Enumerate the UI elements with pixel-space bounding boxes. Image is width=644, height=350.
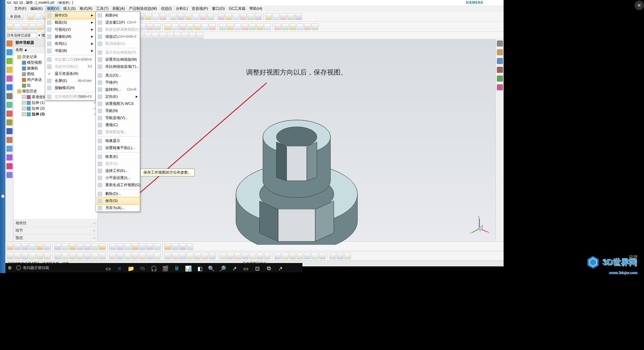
taskbar-app-icon[interactable]: 📊 [185, 265, 192, 272]
toolbar-button[interactable] [172, 23, 179, 30]
toolbar-button[interactable] [209, 23, 216, 30]
toolbar-button[interactable] [69, 243, 76, 250]
toolbar-button[interactable] [84, 253, 91, 259]
menu-item[interactable]: 删除(D)... [96, 190, 140, 197]
toolbar-button[interactable] [109, 253, 116, 259]
rail-icon[interactable] [6, 146, 12, 152]
menu-6[interactable]: 装配(A) [110, 5, 127, 12]
menu-12[interactable]: GC工具箱 [227, 5, 248, 12]
taskbar-app-icon[interactable]: ◧ [196, 265, 203, 272]
toolbar-button[interactable] [202, 23, 208, 30]
toolbar-button[interactable] [255, 13, 262, 20]
rail-icon[interactable] [6, 40, 12, 47]
toolbar-button[interactable] [257, 23, 263, 30]
menu-item[interactable]: 可视化(V)▶ [45, 26, 95, 33]
toolbar-button[interactable] [249, 253, 256, 259]
menu-item[interactable]: 书签(B)▶ [45, 47, 95, 54]
toolbar-button[interactable] [146, 243, 153, 250]
toolbar-button[interactable] [91, 253, 98, 259]
toolbar-button[interactable] [207, 13, 214, 20]
toolbar-button[interactable] [160, 13, 166, 20]
toolbar-button[interactable] [209, 253, 216, 259]
toolbar-button[interactable] [154, 243, 161, 250]
rail-icon[interactable] [6, 76, 12, 82]
rail-icon[interactable] [6, 154, 12, 161]
menu-item[interactable]: 刷新(H) [96, 12, 140, 19]
rail-icon[interactable] [6, 67, 12, 73]
toolbar-button[interactable] [200, 13, 207, 20]
toolbar-button[interactable] [164, 23, 171, 30]
menu-item[interactable]: 设置视图为 WCS [96, 100, 140, 107]
toolbar-button[interactable] [247, 13, 254, 20]
toolbar-button[interactable] [172, 253, 179, 259]
toolbar-button[interactable] [36, 243, 43, 250]
rail-icon[interactable] [6, 93, 12, 99]
graphics-viewport[interactable]: 调整好视图方向以后，保存视图。 [98, 39, 495, 241]
toolbar-button[interactable] [337, 253, 344, 259]
toolbar-button[interactable] [240, 13, 247, 20]
toolbar-button[interactable] [154, 253, 161, 259]
toolbar-button[interactable] [29, 243, 36, 250]
toolbar-button[interactable] [264, 23, 271, 30]
toolbar-button[interactable] [282, 253, 289, 259]
filter-tool[interactable] [144, 32, 151, 39]
rail-icon[interactable] [497, 49, 503, 55]
rail-icon[interactable] [6, 128, 12, 134]
toolbar-button[interactable] [99, 253, 106, 259]
tree-checkbox[interactable]: ☑ [22, 112, 26, 116]
menu-4[interactable]: 格式(R) [78, 5, 94, 12]
filter-tool[interactable] [159, 32, 166, 39]
menu-item[interactable]: 小平面设置(I)... [96, 174, 140, 181]
taskbar-app-icon[interactable]: ↗ [231, 265, 238, 272]
menu-item[interactable]: 保存(S) [96, 197, 140, 205]
toolbar-button[interactable] [289, 253, 296, 259]
taskbar-app-icon[interactable]: 📁 [128, 265, 134, 272]
toolbar-button[interactable] [288, 13, 294, 20]
menu-item[interactable]: 布局(L)▶ [45, 40, 95, 47]
toolbar-button[interactable] [185, 13, 192, 20]
taskbar-app-icon[interactable]: ⧉ [265, 265, 272, 272]
toolbar-button[interactable] [29, 23, 36, 30]
selection-filter[interactable] [7, 33, 37, 38]
menu-item[interactable]: 选择工作(K)... [96, 167, 140, 174]
toolbar-button[interactable] [14, 243, 21, 250]
toolbar-button[interactable] [242, 23, 248, 30]
toolbar-button[interactable] [7, 243, 14, 250]
toolbar-button[interactable] [273, 13, 279, 20]
toolbar-button[interactable] [139, 253, 146, 259]
toolbar-button[interactable] [146, 23, 153, 30]
toolbar-button[interactable] [227, 253, 234, 259]
toolbar-button[interactable] [164, 243, 171, 250]
toolbar-button[interactable] [172, 243, 179, 250]
toolbar-button[interactable] [312, 253, 318, 259]
toolbar-button[interactable] [194, 23, 201, 30]
toolbar-button[interactable] [219, 23, 226, 30]
toolbar-button[interactable] [54, 253, 61, 259]
start-button-windows[interactable]: ⊞ [7, 265, 13, 271]
menu-item[interactable]: 缩放(Z)...Ctrl+Shift+Z [96, 33, 140, 40]
toolbar-button[interactable] [7, 253, 14, 259]
toolbar-button[interactable] [194, 253, 201, 259]
taskbar-app-icon[interactable]: 🎬 [162, 265, 169, 272]
toolbar-button[interactable] [179, 243, 186, 250]
filter-tool[interactable] [182, 32, 188, 39]
toolbar-button[interactable] [264, 253, 271, 259]
toolbar-button[interactable] [274, 253, 281, 259]
toolbar-button[interactable] [289, 23, 296, 30]
toolbar-button[interactable] [187, 243, 193, 250]
menu-8[interactable]: 信息(I) [159, 5, 174, 12]
toolbar-button[interactable] [297, 253, 303, 259]
toolbar-button[interactable] [242, 253, 248, 259]
menu-item[interactable]: 透视(C) [96, 121, 140, 128]
toolbar-button[interactable] [44, 253, 51, 259]
taskbar-app-icon[interactable]: ▭ [242, 265, 249, 272]
toolbar-button[interactable] [62, 253, 69, 259]
rail-icon[interactable] [6, 137, 12, 143]
rail-icon[interactable] [497, 67, 503, 73]
toolbar-button[interactable] [227, 23, 234, 30]
toolbar-button[interactable] [29, 253, 36, 259]
toolbar-button[interactable] [35, 13, 42, 20]
menu-0[interactable]: 文件(F) [12, 5, 28, 12]
menu-item[interactable]: 非比例缩放选项(T)... [96, 63, 140, 70]
tree-row[interactable]: ☑拉伸 (2)✓ [14, 106, 97, 111]
